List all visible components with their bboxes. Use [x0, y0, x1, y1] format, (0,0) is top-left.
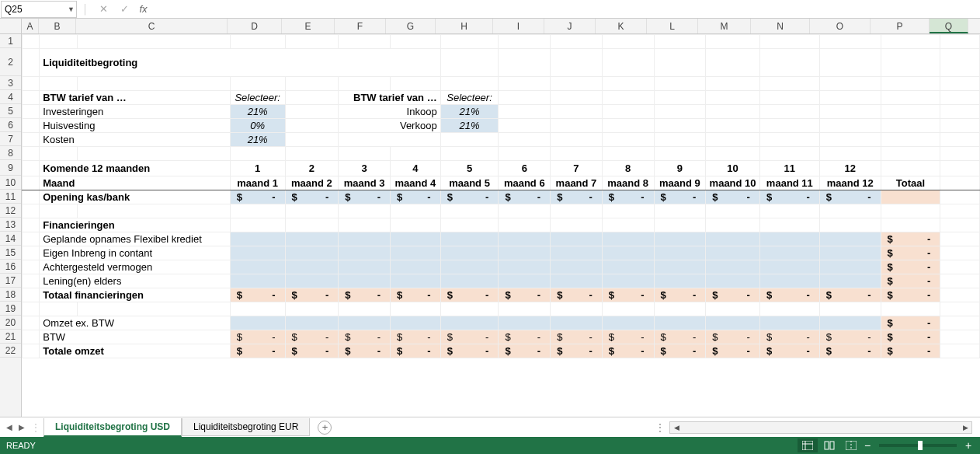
- money-cell[interactable]: $-: [759, 330, 819, 344]
- cell[interactable]: [23, 288, 40, 302]
- cell[interactable]: [759, 232, 819, 246]
- cell[interactable]: [706, 49, 760, 77]
- cell[interactable]: [499, 246, 551, 260]
- money-cell[interactable]: $-: [881, 288, 940, 302]
- cell[interactable]: [499, 147, 551, 161]
- row-header-22[interactable]: 22: [0, 344, 21, 358]
- row-header-11[interactable]: 11: [0, 190, 21, 204]
- cell[interactable]: [881, 147, 940, 161]
- tab-nav-next-icon[interactable]: ▶: [19, 423, 25, 431]
- cell[interactable]: [819, 204, 881, 218]
- cell[interactable]: [230, 147, 285, 161]
- cell[interactable]: [230, 260, 285, 274]
- months-header[interactable]: Komende 12 maanden: [40, 161, 231, 176]
- cell[interactable]: [499, 218, 551, 232]
- money-cell[interactable]: $-: [390, 330, 440, 344]
- cell[interactable]: [940, 91, 980, 105]
- cell[interactable]: [940, 161, 980, 176]
- cell[interactable]: [40, 35, 78, 49]
- maand-col[interactable]: maand 11: [759, 176, 819, 190]
- cell[interactable]: [440, 49, 499, 77]
- cell[interactable]: [339, 232, 391, 246]
- money-cell[interactable]: $-: [551, 330, 603, 344]
- cell[interactable]: [706, 77, 760, 91]
- cell[interactable]: [654, 105, 706, 119]
- money-cell[interactable]: $-: [339, 344, 391, 358]
- cell[interactable]: [440, 232, 499, 246]
- cell[interactable]: [499, 316, 551, 330]
- financieringen-header[interactable]: Financieringen: [40, 218, 231, 232]
- name-box[interactable]: Q25 ▼: [1, 1, 77, 18]
- cell[interactable]: [499, 260, 551, 274]
- cell[interactable]: [23, 91, 40, 105]
- cell[interactable]: [759, 77, 819, 91]
- cell[interactable]: [499, 49, 551, 77]
- cell[interactable]: [40, 147, 78, 161]
- cell[interactable]: [77, 35, 230, 49]
- money-cell[interactable]: $-: [706, 288, 760, 302]
- cell[interactable]: [499, 274, 551, 288]
- cell[interactable]: [23, 232, 40, 246]
- row-header-8[interactable]: 8: [0, 146, 21, 160]
- money-cell[interactable]: $-: [602, 190, 654, 204]
- cell[interactable]: [499, 232, 551, 246]
- money-cell[interactable]: $-: [499, 288, 551, 302]
- cell[interactable]: [23, 133, 40, 147]
- money-cell[interactable]: $-: [819, 344, 881, 358]
- money-cell[interactable]: $-: [602, 330, 654, 344]
- cell[interactable]: [499, 204, 551, 218]
- col-header-C[interactable]: C: [76, 19, 228, 33]
- money-cell[interactable]: $-: [759, 190, 819, 204]
- cell[interactable]: [23, 190, 40, 204]
- cell[interactable]: [77, 147, 230, 161]
- cell[interactable]: [759, 260, 819, 274]
- cell[interactable]: [440, 133, 499, 147]
- cell[interactable]: [285, 246, 339, 260]
- col-header-N[interactable]: N: [751, 19, 810, 33]
- cell[interactable]: [390, 77, 440, 91]
- money-cell[interactable]: $-: [706, 190, 760, 204]
- fin-row-label[interactable]: Geplande opnames Flexibel krediet: [40, 232, 231, 246]
- money-cell[interactable]: $-: [440, 288, 499, 302]
- cell[interactable]: [654, 274, 706, 288]
- zoom-slider[interactable]: [879, 444, 957, 447]
- month-number[interactable]: 5: [440, 161, 499, 176]
- btw-left-selecteer[interactable]: Selecteer:: [230, 91, 285, 105]
- col-header-J[interactable]: J: [544, 19, 596, 33]
- cell[interactable]: [881, 91, 940, 105]
- cell[interactable]: [602, 133, 654, 147]
- money-cell[interactable]: $-: [285, 344, 339, 358]
- btw-right-header[interactable]: BTW tarief van …: [339, 91, 440, 105]
- cell[interactable]: [285, 119, 339, 133]
- maand-col[interactable]: maand 2: [285, 176, 339, 190]
- cell[interactable]: [23, 218, 40, 232]
- cell[interactable]: [390, 35, 440, 49]
- cell[interactable]: [819, 260, 881, 274]
- cell[interactable]: [759, 246, 819, 260]
- cell[interactable]: [706, 316, 760, 330]
- cell[interactable]: [23, 246, 40, 260]
- cell[interactable]: [551, 147, 603, 161]
- money-cell[interactable]: $-: [390, 190, 440, 204]
- cell[interactable]: [602, 91, 654, 105]
- cell[interactable]: [706, 91, 760, 105]
- cell[interactable]: [706, 35, 760, 49]
- cell[interactable]: [759, 218, 819, 232]
- money-cell[interactable]: $-: [881, 246, 940, 260]
- cell[interactable]: [654, 246, 706, 260]
- money-cell[interactable]: $-: [339, 330, 391, 344]
- cell[interactable]: [23, 77, 40, 91]
- money-cell[interactable]: $-: [440, 190, 499, 204]
- cell[interactable]: [602, 204, 654, 218]
- money-cell[interactable]: $-: [881, 260, 940, 274]
- cell[interactable]: [819, 119, 881, 133]
- cell[interactable]: [940, 176, 980, 190]
- cell[interactable]: [706, 274, 760, 288]
- cell[interactable]: [706, 218, 760, 232]
- cell[interactable]: [602, 77, 654, 91]
- cell[interactable]: [40, 204, 78, 218]
- cell[interactable]: [819, 91, 881, 105]
- cell[interactable]: [940, 288, 980, 302]
- cell[interactable]: [602, 105, 654, 119]
- month-number[interactable]: 8: [602, 161, 654, 176]
